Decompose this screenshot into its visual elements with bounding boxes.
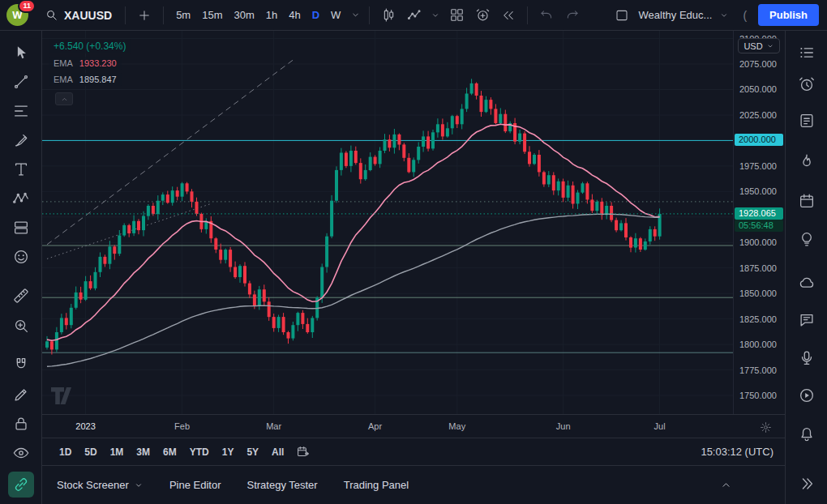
price-tick: 2075.000 — [739, 59, 777, 69]
ema-value: 1933.230 — [79, 58, 117, 68]
timeframe-1h[interactable]: 1h — [260, 5, 283, 25]
undo-button[interactable] — [534, 4, 559, 27]
price-tick: 1875.000 — [739, 263, 777, 273]
streams-icon[interactable] — [798, 387, 816, 404]
timeframe-menu-button[interactable] — [348, 4, 362, 27]
symbol-search-button[interactable]: XAUUSD — [38, 5, 118, 25]
currency-label: USD — [743, 41, 762, 51]
layout-grid-button[interactable] — [444, 4, 469, 27]
notes-icon[interactable] — [798, 112, 816, 130]
timeframe-d[interactable]: D — [306, 5, 325, 25]
range-1d[interactable]: 1D — [54, 443, 77, 461]
chat-icon[interactable] — [798, 311, 816, 329]
clipped-element: ( — [743, 9, 747, 22]
notifications-icon[interactable] — [798, 425, 816, 442]
hotlists-icon[interactable] — [798, 152, 816, 170]
calendar-icon[interactable] — [798, 192, 816, 210]
create-alert-button[interactable] — [470, 4, 495, 27]
time-axis[interactable]: 2023FebMarAprMayJunJul — [42, 414, 785, 438]
measure-tool-icon[interactable] — [12, 287, 30, 305]
tradingview-app: W 11 XAUUSD 5m15m30m1h4hDW Wealthy Educ.… — [0, 0, 827, 504]
candles-icon — [381, 7, 396, 23]
price-axis[interactable]: 2100.0002075.0002050.0002025.0001975.000… — [733, 31, 783, 414]
magnet-tool-icon[interactable] — [12, 356, 30, 374]
chevron-down-icon — [431, 11, 440, 20]
ema-legend-row-1[interactable]: EMA 1933.230 — [49, 57, 122, 70]
trendline-tool-icon[interactable] — [12, 73, 30, 91]
ideas-icon[interactable] — [798, 230, 816, 248]
panel-collapse-button[interactable] — [713, 474, 738, 497]
fib-retracement-tool-icon[interactable] — [12, 102, 30, 120]
layout-square-icon — [615, 8, 629, 23]
tab-label: Pine Editor — [169, 479, 221, 491]
drawing-mode-tool-icon[interactable] — [12, 386, 30, 404]
minds-icon[interactable] — [798, 274, 816, 292]
clock-label[interactable]: 15:03:12 (UTC) — [701, 446, 773, 458]
text-tool-icon[interactable] — [12, 160, 30, 178]
chart-column: +6.540 (+0.34%) EMA 1933.230 EMA 1895.84… — [42, 31, 785, 504]
tab-trading-panel[interactable]: Trading Panel — [344, 479, 409, 491]
indicators-menu-button[interactable] — [428, 4, 443, 27]
timeframe-15m[interactable]: 15m — [196, 5, 228, 25]
link-tool-icon[interactable] — [8, 472, 34, 498]
range-5y[interactable]: 5Y — [241, 443, 264, 461]
emoji-tool-icon[interactable] — [12, 248, 30, 266]
indicators-button[interactable] — [402, 4, 426, 27]
legend-collapse-button[interactable] — [55, 92, 73, 105]
range-1y[interactable]: 1Y — [216, 443, 240, 461]
redo-button[interactable] — [560, 4, 585, 27]
range-6m[interactable]: 6M — [157, 443, 182, 461]
time-label-apr: Apr — [368, 421, 382, 431]
chevron-up-icon — [60, 95, 69, 104]
chart-plot[interactable]: +6.540 (+0.34%) EMA 1933.230 EMA 1895.84… — [42, 31, 733, 414]
zoom-tool-icon[interactable] — [12, 317, 30, 335]
save-layout-button[interactable] — [610, 4, 634, 27]
timeframe-4h[interactable]: 4h — [283, 5, 306, 25]
chevron-down-icon — [719, 11, 729, 20]
tab-label: Trading Panel — [344, 479, 409, 491]
search-icon — [45, 8, 58, 22]
goto-date-button[interactable] — [291, 441, 315, 463]
brush-tool-icon[interactable] — [12, 131, 30, 149]
range-1m[interactable]: 1M — [105, 443, 130, 461]
chart-style-button[interactable] — [376, 4, 401, 27]
tab-stock-screener[interactable]: Stock Screener — [57, 479, 144, 491]
range-3m[interactable]: 3M — [131, 443, 156, 461]
range-all[interactable]: All — [266, 443, 289, 461]
ema-legend-row-2[interactable]: EMA 1895.847 — [49, 73, 122, 86]
calendar-icon — [296, 445, 311, 459]
chart-settings-button[interactable] — [756, 417, 775, 437]
price-tick: 2025.000 — [739, 110, 777, 120]
price-tick: 1850.000 — [739, 288, 777, 298]
pattern-tool-icon[interactable] — [12, 190, 30, 207]
position-tool-icon[interactable] — [12, 219, 30, 237]
time-label-feb: Feb — [174, 421, 190, 431]
layout-menu-button[interactable] — [717, 4, 731, 27]
timeframe-5m[interactable]: 5m — [170, 5, 196, 25]
range-ytd[interactable]: YTD — [184, 443, 215, 461]
lock-drawings-tool-icon[interactable] — [12, 415, 30, 433]
currency-selector[interactable]: USD — [738, 38, 780, 53]
user-avatar[interactable]: W 11 — [6, 4, 28, 26]
compare-add-button[interactable] — [132, 4, 156, 27]
publish-button[interactable]: Publish — [758, 4, 819, 26]
public-chat-icon[interactable] — [798, 349, 816, 367]
panel-maximize-button[interactable] — [746, 474, 770, 497]
more-panels-icon[interactable] — [798, 475, 816, 493]
price-tick: 2050.000 — [739, 84, 777, 94]
tab-pine-editor[interactable]: Pine Editor — [169, 479, 221, 491]
watchlist-icon[interactable] — [798, 44, 816, 62]
price-tick: 1825.000 — [739, 314, 777, 324]
cursor-tool-icon[interactable] — [12, 44, 30, 62]
alerts-icon[interactable] — [798, 75, 816, 93]
bar-replay-button[interactable] — [496, 4, 521, 27]
tab-strategy-tester[interactable]: Strategy Tester — [246, 479, 317, 491]
range-5d[interactable]: 5D — [79, 443, 102, 461]
price-tick: 1750.000 — [739, 391, 777, 400]
bottom-panel: Stock ScreenerPine EditorStrategy Tester… — [42, 465, 785, 504]
timeframe-w[interactable]: W — [325, 5, 346, 25]
layout-name-button[interactable]: Wealthy Educ... — [637, 5, 714, 25]
hide-drawings-tool-icon[interactable] — [12, 444, 30, 462]
candlestick-chart[interactable] — [42, 31, 733, 414]
timeframe-30m[interactable]: 30m — [228, 5, 259, 25]
